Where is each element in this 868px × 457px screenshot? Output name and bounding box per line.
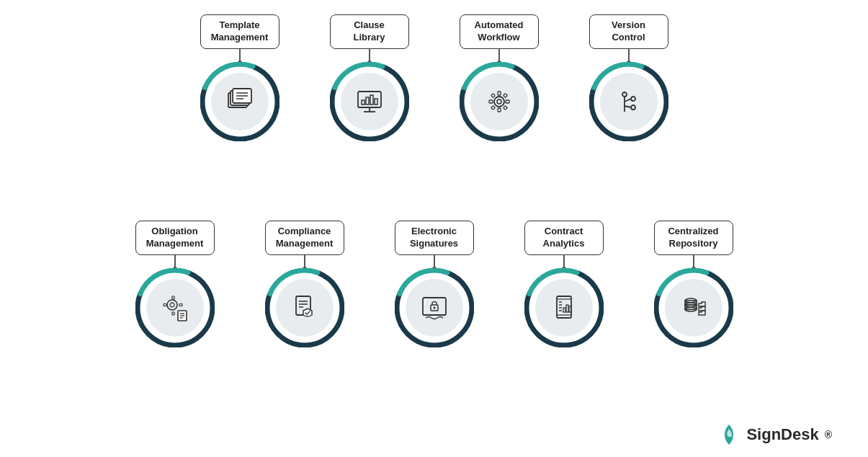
svg-rect-22 <box>498 108 501 112</box>
svg-point-59 <box>433 306 435 309</box>
svg-point-32 <box>631 97 635 101</box>
label-automated-workflow: AutomatedWorkflow <box>460 14 539 49</box>
label-contract-analytics: ContractAnalytics <box>524 221 604 255</box>
circle-obligation <box>135 268 215 347</box>
svg-rect-69 <box>563 308 565 312</box>
feature-obligation-management: ObligationManagement <box>114 221 236 347</box>
circle-clause <box>330 62 409 141</box>
label-compliance-management: ComplianceManagement <box>265 221 344 255</box>
workflow-icon <box>483 86 515 117</box>
clause-icon <box>354 86 385 117</box>
svg-rect-24 <box>506 100 509 103</box>
icon-bg-analytics <box>535 279 593 337</box>
feature-contract-analytics: ContractAnalytics <box>503 221 625 347</box>
connector-obligation <box>174 255 176 268</box>
feature-centralized-repository: CentralizedRepository <box>632 221 755 347</box>
label-template-management: TemplateManagement <box>200 14 279 49</box>
icon-bg-compliance <box>276 279 334 337</box>
svg-point-20 <box>497 99 501 104</box>
logo-area: SignDesk® <box>29 420 839 450</box>
logo-registered: ® <box>825 429 832 440</box>
circle-analytics <box>524 268 604 347</box>
svg-rect-25 <box>491 93 495 97</box>
circle-template <box>200 62 279 141</box>
feature-clause-library: ClauseLibrary <box>308 14 431 141</box>
svg-rect-15 <box>370 95 373 105</box>
svg-rect-23 <box>489 100 493 103</box>
svg-rect-41 <box>172 296 174 299</box>
svg-rect-26 <box>503 93 507 97</box>
svg-rect-27 <box>491 105 495 110</box>
svg-point-33 <box>631 105 635 110</box>
circle-workflow <box>460 62 539 141</box>
analytics-icon <box>548 292 580 324</box>
circle-compliance <box>265 268 344 347</box>
svg-rect-21 <box>498 92 501 95</box>
feature-version-control: VersionControl <box>568 14 690 141</box>
logo-name: SignDesk <box>746 425 818 444</box>
icon-bg-template <box>211 73 269 130</box>
connector-signatures <box>434 255 435 268</box>
connector-compliance <box>304 255 305 268</box>
label-centralized-repository: CentralizedRepository <box>654 221 733 255</box>
version-icon <box>613 86 645 117</box>
svg-rect-70 <box>566 305 568 312</box>
icon-bg-workflow <box>470 73 528 130</box>
svg-point-39 <box>167 300 177 310</box>
signdesk-logo-icon <box>717 423 741 446</box>
feature-automated-workflow: AutomatedWorkflow <box>438 14 560 141</box>
compliance-icon <box>289 292 321 324</box>
svg-rect-42 <box>172 312 174 315</box>
label-clause-library: ClauseLibrary <box>330 14 409 49</box>
signatures-icon <box>419 292 450 324</box>
page-container: TemplateManagement <box>0 0 868 457</box>
label-obligation-management: ObligationManagement <box>135 221 215 255</box>
icon-bg-signatures <box>406 279 463 337</box>
svg-rect-57 <box>423 298 446 315</box>
svg-point-40 <box>170 303 174 307</box>
svg-rect-14 <box>366 97 369 105</box>
svg-rect-28 <box>503 105 507 110</box>
connector-workflow <box>498 49 500 62</box>
svg-rect-44 <box>179 303 182 306</box>
icon-bg-version <box>600 73 658 130</box>
circle-signatures <box>395 268 474 347</box>
svg-rect-71 <box>569 306 571 312</box>
row-2: ObligationManagement <box>29 221 839 420</box>
svg-rect-13 <box>362 100 364 105</box>
row-1: TemplateManagement <box>29 14 839 213</box>
label-version-control: VersionControl <box>589 14 668 49</box>
icon-bg-clause <box>341 73 398 130</box>
obligation-icon <box>159 292 191 324</box>
connector-analytics <box>563 255 565 268</box>
icon-bg-obligation <box>146 279 204 337</box>
svg-line-35 <box>625 99 631 102</box>
svg-rect-16 <box>375 99 377 105</box>
connector-version <box>628 49 630 62</box>
feature-template-management: TemplateManagement <box>179 14 301 141</box>
svg-line-36 <box>625 106 631 107</box>
svg-rect-43 <box>164 303 166 306</box>
svg-point-19 <box>494 97 504 107</box>
connector-template <box>239 49 241 62</box>
svg-point-31 <box>622 92 627 97</box>
circle-repository <box>654 268 733 347</box>
connector-repository <box>693 255 694 268</box>
circle-version <box>589 62 668 141</box>
feature-compliance-management: ComplianceManagement <box>243 221 366 347</box>
feature-electronic-signatures: ElectronicSignatures <box>373 221 496 347</box>
icon-bg-repository <box>665 279 722 337</box>
repository-icon <box>678 292 710 324</box>
template-icon <box>224 86 256 117</box>
label-electronic-signatures: ElectronicSignatures <box>395 221 474 255</box>
connector-clause <box>369 49 370 62</box>
